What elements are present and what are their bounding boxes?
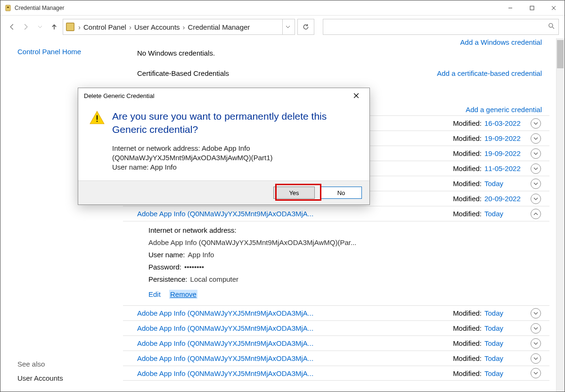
dialog-no-button[interactable]: No <box>320 187 362 199</box>
modified-label: Modified: <box>453 210 482 218</box>
chevron-down-icon[interactable] <box>531 353 541 364</box>
warning-icon <box>88 110 106 172</box>
chevron-down-icon[interactable] <box>531 148 541 159</box>
modified-value: Today <box>484 339 528 347</box>
modified-label: Modified: <box>453 149 482 157</box>
chevron-down-icon[interactable] <box>531 133 541 144</box>
back-button[interactable] <box>6 21 17 33</box>
addr-label: Internet or network address: <box>148 226 237 234</box>
modified-value: Today <box>484 210 528 218</box>
credential-name: Adobe App Info (Q0NMaWJyYXJ5Mnt9MjAxODA3… <box>137 369 453 377</box>
chevron-down-icon[interactable] <box>531 323 541 334</box>
chevron-down-icon[interactable] <box>531 163 541 174</box>
persist-label: Persistence: <box>148 275 188 283</box>
chevron-right-icon: › <box>128 23 132 31</box>
user-value: App Info <box>188 251 214 259</box>
password-label: Password: <box>148 263 181 271</box>
svg-rect-3 <box>530 6 534 10</box>
add-generic-credential-link[interactable]: Add a generic credential <box>466 106 542 114</box>
chevron-down-icon[interactable] <box>531 179 541 189</box>
modified-value: 19-09-2022 <box>484 149 528 157</box>
modified-value: Today <box>484 354 528 362</box>
toolbar: › Control Panel › User Accounts › Creden… <box>0 16 565 38</box>
modified-value: 16-03-2022 <box>484 119 528 127</box>
add-cert-credential-link[interactable]: Add a certificate-based credential <box>437 69 542 77</box>
modified-value: Today <box>484 180 528 188</box>
minimize-button[interactable] <box>499 0 521 16</box>
modified-label: Modified: <box>453 369 482 377</box>
svg-rect-1 <box>7 7 9 8</box>
app-icon <box>4 4 12 12</box>
close-button[interactable] <box>543 0 565 16</box>
refresh-button[interactable] <box>297 19 314 35</box>
crumb-user-accounts[interactable]: User Accounts <box>132 23 182 31</box>
credential-row[interactable]: Adobe App Info (Q0NMaWJyYXJ5Mnt9MjAxODA3… <box>123 335 549 351</box>
modified-value: Today <box>484 309 528 317</box>
dialog-yes-button[interactable]: Yes <box>273 187 315 199</box>
chevron-down-icon[interactable] <box>531 118 541 129</box>
control-panel-home-link[interactable]: Control Panel Home <box>17 48 115 56</box>
address-bar[interactable]: › Control Panel › User Accounts › Creden… <box>63 19 295 35</box>
delete-credential-dialog: Delete Generic Credential Are you sure y… <box>78 88 370 205</box>
modified-label: Modified: <box>453 134 482 142</box>
modified-label: Modified: <box>453 195 482 203</box>
svg-rect-12 <box>97 121 98 122</box>
search-box[interactable] <box>323 19 559 35</box>
up-button[interactable] <box>49 21 60 33</box>
titlebar: Credential Manager <box>0 0 565 16</box>
addr-value: Adobe App Info (Q0NMaWJyYXJ5Mnt9MjAxODA3… <box>148 238 357 246</box>
modified-label: Modified: <box>453 339 482 347</box>
chevron-up-icon[interactable] <box>531 209 541 219</box>
dialog-close-button[interactable] <box>347 89 366 102</box>
edit-link[interactable]: Edit <box>148 290 161 298</box>
dialog-heading: Are you sure you want to permanently del… <box>112 110 360 136</box>
modified-value: 11-05-2022 <box>484 164 528 172</box>
credential-name: Adobe App Info (Q0NMaWJyYXJ5Mnt9MjAxODA3… <box>137 324 453 332</box>
credential-row[interactable]: Adobe App Info (Q0NMaWJyYXJ5Mnt9MjAxODA3… <box>123 320 549 335</box>
recent-dropdown[interactable] <box>34 21 46 33</box>
modified-value: Today <box>484 324 528 332</box>
chevron-down-icon[interactable] <box>531 194 541 204</box>
scrollbar[interactable] <box>556 38 565 392</box>
window-title: Credential Manager <box>15 5 64 11</box>
credential-row-expanded[interactable]: Adobe App Info (Q0NMaWJyYXJ5Mnt9MjAxODA3… <box>123 206 549 221</box>
modified-value: 20-09-2022 <box>484 195 528 203</box>
search-icon <box>548 23 555 31</box>
forward-button[interactable] <box>20 21 32 33</box>
modified-label: Modified: <box>453 309 482 317</box>
credential-row[interactable]: Adobe App Info (Q0NMaWJyYXJ5Mnt9MjAxODA3… <box>123 351 549 366</box>
chevron-down-icon[interactable] <box>531 338 541 349</box>
scrollbar-thumb[interactable] <box>557 40 564 68</box>
chevron-down-icon[interactable] <box>531 368 541 378</box>
credential-details: Internet or network address: Adobe App I… <box>123 221 549 305</box>
user-label: User name: <box>148 251 185 259</box>
remove-link[interactable]: Remove <box>169 290 197 299</box>
credential-name: Adobe App Info (Q0NMaWJyYXJ5Mnt9MjAxODA3… <box>137 210 453 218</box>
no-windows-credentials: No Windows credentials. <box>123 48 549 65</box>
modified-label: Modified: <box>453 324 482 332</box>
chevron-down-icon[interactable] <box>531 308 541 318</box>
crumb-control-panel[interactable]: Control Panel <box>82 23 128 31</box>
maximize-button[interactable] <box>521 0 543 16</box>
cert-credentials-title: Certificate-Based Credentials <box>137 69 229 77</box>
modified-label: Modified: <box>453 164 482 172</box>
dialog-line1: Internet or network address: Adobe App I… <box>112 144 360 163</box>
svg-point-7 <box>549 24 553 27</box>
modified-value: 19-09-2022 <box>484 134 528 142</box>
svg-rect-6 <box>66 23 74 31</box>
svg-rect-11 <box>97 115 98 120</box>
modified-label: Modified: <box>453 180 482 188</box>
address-dropdown[interactable] <box>282 19 293 34</box>
dialog-line2: User name: App Info <box>112 163 360 172</box>
user-accounts-link[interactable]: User Accounts <box>17 374 63 382</box>
crumb-credential-manager[interactable]: Credential Manager <box>186 23 252 31</box>
credential-row[interactable]: Adobe App Info (Q0NMaWJyYXJ5Mnt9MjAxODA3… <box>123 305 549 320</box>
persist-value: Local computer <box>190 275 239 283</box>
credential-row[interactable]: Adobe App Info (Q0NMaWJyYXJ5Mnt9MjAxODA3… <box>123 366 549 381</box>
see-also-label: See also <box>17 360 45 368</box>
credential-name: Adobe App Info (Q0NMaWJyYXJ5Mnt9MjAxODA3… <box>137 339 453 347</box>
add-windows-credential-link[interactable]: Add a Windows credential <box>460 38 542 46</box>
dialog-title: Delete Generic Credential <box>84 92 155 99</box>
modified-value: Today <box>484 369 528 377</box>
svg-line-8 <box>552 27 554 29</box>
